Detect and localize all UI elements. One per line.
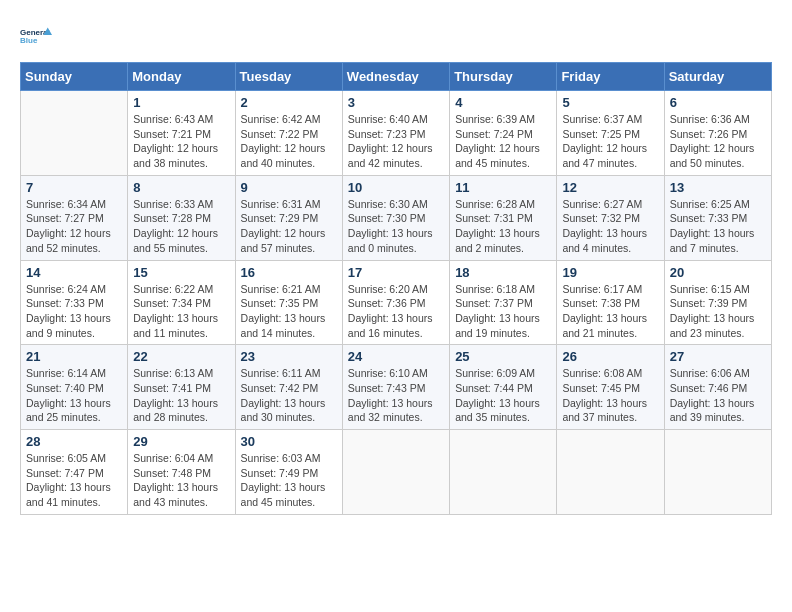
weekday-sunday: Sunday xyxy=(21,63,128,91)
day-info-10: Sunrise: 6:30 AMSunset: 7:30 PMDaylight:… xyxy=(348,197,444,256)
day-info-7: Sunrise: 6:34 AMSunset: 7:27 PMDaylight:… xyxy=(26,197,122,256)
page-header: General Blue xyxy=(20,20,772,52)
day-number-8: 8 xyxy=(133,180,229,195)
day-number-5: 5 xyxy=(562,95,658,110)
week-row-1: 1Sunrise: 6:43 AMSunset: 7:21 PMDaylight… xyxy=(21,91,772,176)
day-number-16: 16 xyxy=(241,265,337,280)
day-cell-27: 27Sunrise: 6:06 AMSunset: 7:46 PMDayligh… xyxy=(664,345,771,430)
day-cell-29: 29Sunrise: 6:04 AMSunset: 7:48 PMDayligh… xyxy=(128,430,235,515)
day-info-5: Sunrise: 6:37 AMSunset: 7:25 PMDaylight:… xyxy=(562,112,658,171)
day-cell-23: 23Sunrise: 6:11 AMSunset: 7:42 PMDayligh… xyxy=(235,345,342,430)
weekday-monday: Monday xyxy=(128,63,235,91)
day-info-13: Sunrise: 6:25 AMSunset: 7:33 PMDaylight:… xyxy=(670,197,766,256)
day-info-27: Sunrise: 6:06 AMSunset: 7:46 PMDaylight:… xyxy=(670,366,766,425)
week-row-5: 28Sunrise: 6:05 AMSunset: 7:47 PMDayligh… xyxy=(21,430,772,515)
day-cell-5: 5Sunrise: 6:37 AMSunset: 7:25 PMDaylight… xyxy=(557,91,664,176)
day-info-29: Sunrise: 6:04 AMSunset: 7:48 PMDaylight:… xyxy=(133,451,229,510)
day-cell-25: 25Sunrise: 6:09 AMSunset: 7:44 PMDayligh… xyxy=(450,345,557,430)
day-number-28: 28 xyxy=(26,434,122,449)
calendar-table: SundayMondayTuesdayWednesdayThursdayFrid… xyxy=(20,62,772,515)
day-number-10: 10 xyxy=(348,180,444,195)
day-info-8: Sunrise: 6:33 AMSunset: 7:28 PMDaylight:… xyxy=(133,197,229,256)
day-cell-16: 16Sunrise: 6:21 AMSunset: 7:35 PMDayligh… xyxy=(235,260,342,345)
empty-cell xyxy=(557,430,664,515)
day-info-16: Sunrise: 6:21 AMSunset: 7:35 PMDaylight:… xyxy=(241,282,337,341)
weekday-friday: Friday xyxy=(557,63,664,91)
day-cell-28: 28Sunrise: 6:05 AMSunset: 7:47 PMDayligh… xyxy=(21,430,128,515)
weekday-thursday: Thursday xyxy=(450,63,557,91)
day-number-4: 4 xyxy=(455,95,551,110)
day-cell-4: 4Sunrise: 6:39 AMSunset: 7:24 PMDaylight… xyxy=(450,91,557,176)
day-number-20: 20 xyxy=(670,265,766,280)
day-number-23: 23 xyxy=(241,349,337,364)
day-info-2: Sunrise: 6:42 AMSunset: 7:22 PMDaylight:… xyxy=(241,112,337,171)
day-number-17: 17 xyxy=(348,265,444,280)
logo-svg: General Blue xyxy=(20,20,52,52)
day-number-27: 27 xyxy=(670,349,766,364)
day-number-7: 7 xyxy=(26,180,122,195)
day-number-12: 12 xyxy=(562,180,658,195)
day-info-3: Sunrise: 6:40 AMSunset: 7:23 PMDaylight:… xyxy=(348,112,444,171)
day-info-24: Sunrise: 6:10 AMSunset: 7:43 PMDaylight:… xyxy=(348,366,444,425)
day-info-1: Sunrise: 6:43 AMSunset: 7:21 PMDaylight:… xyxy=(133,112,229,171)
day-cell-2: 2Sunrise: 6:42 AMSunset: 7:22 PMDaylight… xyxy=(235,91,342,176)
week-row-3: 14Sunrise: 6:24 AMSunset: 7:33 PMDayligh… xyxy=(21,260,772,345)
day-cell-30: 30Sunrise: 6:03 AMSunset: 7:49 PMDayligh… xyxy=(235,430,342,515)
week-row-2: 7Sunrise: 6:34 AMSunset: 7:27 PMDaylight… xyxy=(21,175,772,260)
day-info-12: Sunrise: 6:27 AMSunset: 7:32 PMDaylight:… xyxy=(562,197,658,256)
day-info-21: Sunrise: 6:14 AMSunset: 7:40 PMDaylight:… xyxy=(26,366,122,425)
day-cell-22: 22Sunrise: 6:13 AMSunset: 7:41 PMDayligh… xyxy=(128,345,235,430)
weekday-header-row: SundayMondayTuesdayWednesdayThursdayFrid… xyxy=(21,63,772,91)
day-number-2: 2 xyxy=(241,95,337,110)
svg-text:Blue: Blue xyxy=(20,36,38,45)
day-number-14: 14 xyxy=(26,265,122,280)
day-number-19: 19 xyxy=(562,265,658,280)
day-cell-9: 9Sunrise: 6:31 AMSunset: 7:29 PMDaylight… xyxy=(235,175,342,260)
day-cell-14: 14Sunrise: 6:24 AMSunset: 7:33 PMDayligh… xyxy=(21,260,128,345)
day-cell-1: 1Sunrise: 6:43 AMSunset: 7:21 PMDaylight… xyxy=(128,91,235,176)
day-info-15: Sunrise: 6:22 AMSunset: 7:34 PMDaylight:… xyxy=(133,282,229,341)
weekday-saturday: Saturday xyxy=(664,63,771,91)
day-info-25: Sunrise: 6:09 AMSunset: 7:44 PMDaylight:… xyxy=(455,366,551,425)
day-info-6: Sunrise: 6:36 AMSunset: 7:26 PMDaylight:… xyxy=(670,112,766,171)
day-number-26: 26 xyxy=(562,349,658,364)
day-cell-12: 12Sunrise: 6:27 AMSunset: 7:32 PMDayligh… xyxy=(557,175,664,260)
day-info-11: Sunrise: 6:28 AMSunset: 7:31 PMDaylight:… xyxy=(455,197,551,256)
day-number-6: 6 xyxy=(670,95,766,110)
day-info-14: Sunrise: 6:24 AMSunset: 7:33 PMDaylight:… xyxy=(26,282,122,341)
day-info-22: Sunrise: 6:13 AMSunset: 7:41 PMDaylight:… xyxy=(133,366,229,425)
day-cell-6: 6Sunrise: 6:36 AMSunset: 7:26 PMDaylight… xyxy=(664,91,771,176)
day-cell-13: 13Sunrise: 6:25 AMSunset: 7:33 PMDayligh… xyxy=(664,175,771,260)
day-cell-24: 24Sunrise: 6:10 AMSunset: 7:43 PMDayligh… xyxy=(342,345,449,430)
day-cell-10: 10Sunrise: 6:30 AMSunset: 7:30 PMDayligh… xyxy=(342,175,449,260)
day-number-9: 9 xyxy=(241,180,337,195)
weekday-tuesday: Tuesday xyxy=(235,63,342,91)
day-number-11: 11 xyxy=(455,180,551,195)
day-number-21: 21 xyxy=(26,349,122,364)
day-number-18: 18 xyxy=(455,265,551,280)
day-info-20: Sunrise: 6:15 AMSunset: 7:39 PMDaylight:… xyxy=(670,282,766,341)
day-info-18: Sunrise: 6:18 AMSunset: 7:37 PMDaylight:… xyxy=(455,282,551,341)
day-cell-19: 19Sunrise: 6:17 AMSunset: 7:38 PMDayligh… xyxy=(557,260,664,345)
day-cell-3: 3Sunrise: 6:40 AMSunset: 7:23 PMDaylight… xyxy=(342,91,449,176)
day-info-4: Sunrise: 6:39 AMSunset: 7:24 PMDaylight:… xyxy=(455,112,551,171)
day-info-9: Sunrise: 6:31 AMSunset: 7:29 PMDaylight:… xyxy=(241,197,337,256)
day-number-24: 24 xyxy=(348,349,444,364)
day-info-30: Sunrise: 6:03 AMSunset: 7:49 PMDaylight:… xyxy=(241,451,337,510)
day-cell-26: 26Sunrise: 6:08 AMSunset: 7:45 PMDayligh… xyxy=(557,345,664,430)
empty-cell xyxy=(21,91,128,176)
day-info-26: Sunrise: 6:08 AMSunset: 7:45 PMDaylight:… xyxy=(562,366,658,425)
day-number-15: 15 xyxy=(133,265,229,280)
day-cell-18: 18Sunrise: 6:18 AMSunset: 7:37 PMDayligh… xyxy=(450,260,557,345)
day-number-1: 1 xyxy=(133,95,229,110)
day-cell-20: 20Sunrise: 6:15 AMSunset: 7:39 PMDayligh… xyxy=(664,260,771,345)
day-cell-11: 11Sunrise: 6:28 AMSunset: 7:31 PMDayligh… xyxy=(450,175,557,260)
day-info-17: Sunrise: 6:20 AMSunset: 7:36 PMDaylight:… xyxy=(348,282,444,341)
day-cell-17: 17Sunrise: 6:20 AMSunset: 7:36 PMDayligh… xyxy=(342,260,449,345)
day-cell-15: 15Sunrise: 6:22 AMSunset: 7:34 PMDayligh… xyxy=(128,260,235,345)
day-number-30: 30 xyxy=(241,434,337,449)
week-row-4: 21Sunrise: 6:14 AMSunset: 7:40 PMDayligh… xyxy=(21,345,772,430)
day-info-23: Sunrise: 6:11 AMSunset: 7:42 PMDaylight:… xyxy=(241,366,337,425)
day-info-28: Sunrise: 6:05 AMSunset: 7:47 PMDaylight:… xyxy=(26,451,122,510)
day-cell-8: 8Sunrise: 6:33 AMSunset: 7:28 PMDaylight… xyxy=(128,175,235,260)
